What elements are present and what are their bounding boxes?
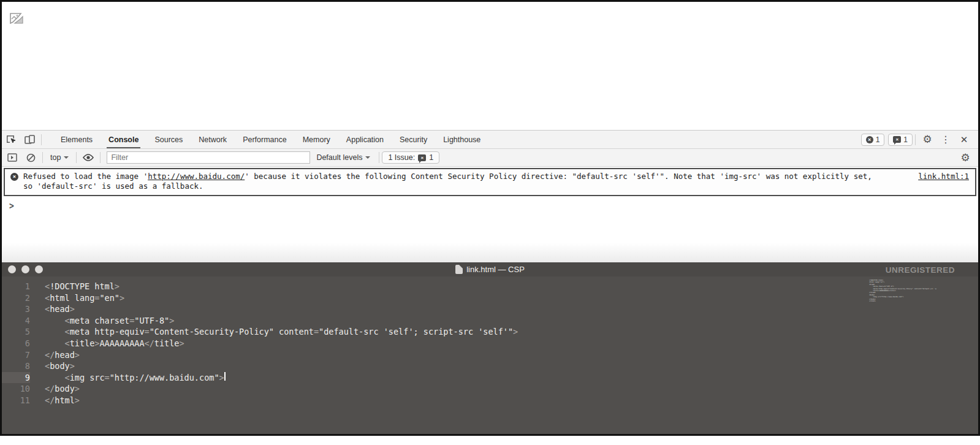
- levels-label: Default levels: [316, 153, 362, 162]
- prompt-chevron-icon: >: [9, 200, 14, 211]
- page-margin: [0, 436, 980, 445]
- document-icon: [455, 265, 463, 274]
- code-line: 1<!DOCTYPE html>: [2, 281, 978, 292]
- log-levels-dropdown[interactable]: Default levels: [310, 153, 376, 162]
- clear-console-icon[interactable]: [21, 150, 40, 165]
- chevron-down-icon: [365, 156, 370, 161]
- console-settings-gear-icon[interactable]: ⚙: [956, 150, 974, 165]
- screenshot-frame: Elements Console Sources Network Perform…: [0, 0, 980, 436]
- error-count-badge[interactable]: × 1: [861, 134, 885, 146]
- editor-window: link.html — CSP UNREGISTERED <!DOCTYPE h…: [2, 262, 978, 436]
- zoom-window-button[interactable]: [35, 265, 43, 273]
- devtools-tabs: Elements Console Sources Network Perform…: [53, 131, 488, 148]
- broken-image-icon: [10, 13, 23, 24]
- code-line: 11</html>: [2, 395, 978, 406]
- tab-network[interactable]: Network: [191, 131, 235, 148]
- tab-lighthouse[interactable]: Lighthouse: [435, 131, 488, 148]
- message-url-link[interactable]: http://www.baidu.com/: [148, 172, 245, 181]
- settings-gear-icon[interactable]: ⚙: [918, 132, 936, 148]
- browser-viewport: [2, 2, 978, 130]
- error-count: 1: [876, 135, 880, 144]
- editor-title-text: link.html — CSP: [466, 265, 525, 274]
- close-devtools-icon[interactable]: ✕: [955, 132, 973, 148]
- kebab-menu-icon[interactable]: ⋮: [936, 132, 955, 148]
- console-error-message: × Refused to load the image 'http://www.…: [4, 168, 976, 196]
- issues-chip-label: 1 Issue:: [388, 153, 415, 162]
- issue-count-badge[interactable]: × 1: [888, 134, 913, 146]
- page-gap: [2, 243, 978, 262]
- source-location-link[interactable]: link.html:1: [918, 172, 969, 181]
- console-messages: × Refused to load the image 'http://www.…: [2, 168, 978, 243]
- issues-chip-count: 1: [429, 153, 433, 162]
- minimize-window-button[interactable]: [21, 265, 29, 273]
- message-text-before: Refused to load the image ': [23, 172, 148, 181]
- code-line: 10</body>: [2, 383, 978, 395]
- context-selector[interactable]: top: [45, 153, 74, 162]
- code-line: 4 <meta charset="UTF-8">: [2, 315, 978, 327]
- tab-sources[interactable]: Sources: [146, 131, 191, 148]
- divider: [42, 152, 43, 163]
- code-line: 8<body>: [2, 360, 978, 372]
- code-line-active: 9 <img src="http://www.baidu.com">: [2, 372, 978, 384]
- code-line: 3<head>: [2, 303, 978, 315]
- unregistered-label: UNREGISTERED: [886, 265, 955, 275]
- issues-icon: ×: [418, 154, 426, 161]
- issues-chip[interactable]: 1 Issue: × 1: [382, 151, 439, 164]
- code-line: 5 <meta http-equiv="Content-Security-Pol…: [2, 326, 978, 338]
- devtools-tabbar: Elements Console Sources Network Perform…: [2, 130, 978, 149]
- device-toolbar-icon[interactable]: [20, 132, 39, 148]
- editor-title: link.html — CSP: [2, 265, 978, 274]
- console-prompt[interactable]: >: [2, 196, 978, 210]
- editor-titlebar: link.html — CSP: [2, 262, 978, 276]
- filter-input[interactable]: [107, 151, 310, 164]
- tab-security[interactable]: Security: [392, 131, 435, 148]
- chevron-down-icon: [64, 156, 69, 161]
- tab-memory[interactable]: Memory: [295, 131, 338, 148]
- code-line: 2<html lang="en">: [2, 292, 978, 304]
- divider: [41, 134, 42, 145]
- minimap[interactable]: <!DOCTYPE html> <html lang="en"> <head> …: [869, 280, 936, 309]
- context-label: top: [50, 153, 61, 162]
- eye-icon[interactable]: [79, 150, 97, 165]
- divider: [100, 152, 101, 163]
- tab-application[interactable]: Application: [338, 131, 392, 148]
- issue-count: 1: [903, 135, 908, 144]
- tab-performance[interactable]: Performance: [235, 131, 295, 148]
- devtools-tabbar-right: × 1 × 1 ⚙ ⋮ ✕: [857, 132, 978, 148]
- console-toolbar: top Default levels 1 Issue: × 1 ⚙: [2, 149, 978, 167]
- code-line: 6 <title>AAAAAAAAA</title>: [2, 338, 978, 349]
- close-window-button[interactable]: [8, 265, 16, 273]
- tab-console[interactable]: Console: [101, 131, 146, 148]
- error-icon: ×: [10, 173, 18, 181]
- divider: [379, 152, 379, 163]
- code-area[interactable]: 1<!DOCTYPE html> 2<html lang="en"> 3<hea…: [2, 276, 978, 406]
- divider: [915, 134, 916, 145]
- window-controls: [8, 265, 43, 273]
- tab-elements[interactable]: Elements: [53, 131, 101, 148]
- console-sidebar-toggle-icon[interactable]: [3, 150, 21, 165]
- divider: [76, 152, 77, 163]
- issues-icon: ×: [893, 136, 901, 143]
- error-icon: ×: [866, 136, 873, 143]
- code-line: 7</head>: [2, 349, 978, 361]
- text-cursor: [224, 372, 226, 381]
- inspect-element-icon[interactable]: [2, 132, 20, 148]
